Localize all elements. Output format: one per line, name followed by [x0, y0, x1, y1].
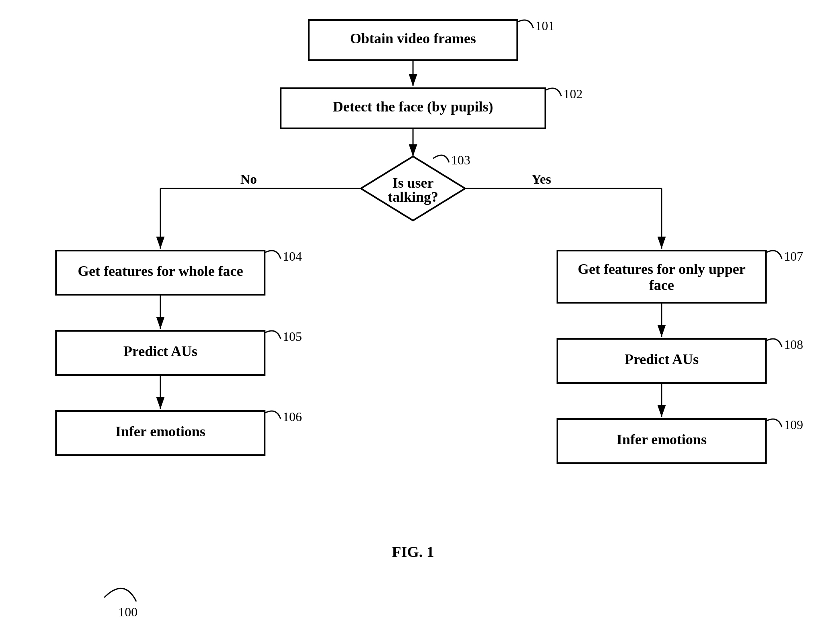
yes-label: Yes [531, 172, 551, 186]
ref-103: 103 [451, 153, 470, 167]
ref-101: 101 [535, 18, 555, 33]
diagram-container: Obtain video frames 101 Detect the face … [0, 0, 826, 644]
ref-100: 100 [118, 605, 138, 619]
ref-108: 108 [784, 337, 803, 352]
no-label: No [240, 172, 257, 186]
ref-104: 104 [283, 249, 302, 263]
get-features-upper-label-line2: face [649, 277, 674, 293]
ref-107: 107 [784, 249, 803, 263]
obtain-video-label: Obtain video frames [350, 30, 476, 47]
infer-emotions-left-label: Infer emotions [115, 423, 205, 439]
predict-aus-left-label: Predict AUs [123, 343, 197, 359]
is-talking-label-line2: talking? [388, 189, 438, 205]
ref-109: 109 [784, 417, 803, 432]
flowchart-svg: Obtain video frames 101 Detect the face … [0, 0, 826, 644]
is-talking-label-line1: Is user [392, 175, 433, 191]
ref-106: 106 [283, 409, 302, 424]
get-features-whole-label: Get features for whole face [78, 263, 243, 279]
detect-face-label: Detect the face (by pupils) [333, 99, 493, 115]
figure-caption: FIG. 1 [392, 543, 434, 560]
ref-105: 105 [283, 329, 302, 344]
ref-100-curve [104, 588, 136, 601]
infer-emotions-right-label: Infer emotions [617, 431, 707, 448]
ref-102: 102 [563, 87, 583, 101]
predict-aus-right-label: Predict AUs [625, 351, 698, 367]
get-features-upper-label-line1: Get features for only upper [578, 261, 746, 277]
